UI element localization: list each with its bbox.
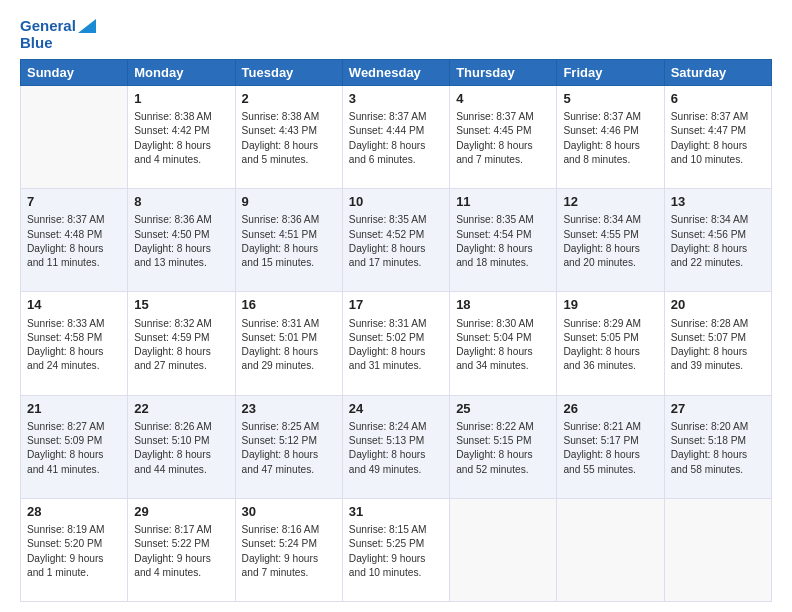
page: General Blue SundayMondayTuesdayWednesda… <box>0 0 792 612</box>
calendar-cell: 24Sunrise: 8:24 AM Sunset: 5:13 PM Dayli… <box>342 395 449 498</box>
logo-container: General Blue <box>20 18 96 51</box>
calendar-cell: 12Sunrise: 8:34 AM Sunset: 4:55 PM Dayli… <box>557 189 664 292</box>
day-number: 30 <box>242 503 336 521</box>
calendar-cell: 19Sunrise: 8:29 AM Sunset: 5:05 PM Dayli… <box>557 292 664 395</box>
day-number: 7 <box>27 193 121 211</box>
day-info: Sunrise: 8:35 AM Sunset: 4:54 PM Dayligh… <box>456 213 550 270</box>
day-number: 17 <box>349 296 443 314</box>
logo: General Blue <box>20 18 96 51</box>
calendar-cell: 31Sunrise: 8:15 AM Sunset: 5:25 PM Dayli… <box>342 498 449 601</box>
calendar-table: SundayMondayTuesdayWednesdayThursdayFrid… <box>20 59 772 602</box>
day-info: Sunrise: 8:37 AM Sunset: 4:44 PM Dayligh… <box>349 110 443 167</box>
day-number: 4 <box>456 90 550 108</box>
day-info: Sunrise: 8:24 AM Sunset: 5:13 PM Dayligh… <box>349 420 443 477</box>
day-number: 25 <box>456 400 550 418</box>
day-info: Sunrise: 8:36 AM Sunset: 4:50 PM Dayligh… <box>134 213 228 270</box>
day-info: Sunrise: 8:30 AM Sunset: 5:04 PM Dayligh… <box>456 317 550 374</box>
day-number: 29 <box>134 503 228 521</box>
week-row-1: 1Sunrise: 8:38 AM Sunset: 4:42 PM Daylig… <box>21 86 772 189</box>
calendar-cell: 23Sunrise: 8:25 AM Sunset: 5:12 PM Dayli… <box>235 395 342 498</box>
calendar-cell <box>21 86 128 189</box>
weekday-header-tuesday: Tuesday <box>235 60 342 86</box>
day-number: 21 <box>27 400 121 418</box>
day-number: 28 <box>27 503 121 521</box>
day-number: 22 <box>134 400 228 418</box>
day-info: Sunrise: 8:34 AM Sunset: 4:56 PM Dayligh… <box>671 213 765 270</box>
calendar-cell: 26Sunrise: 8:21 AM Sunset: 5:17 PM Dayli… <box>557 395 664 498</box>
day-info: Sunrise: 8:37 AM Sunset: 4:45 PM Dayligh… <box>456 110 550 167</box>
day-number: 20 <box>671 296 765 314</box>
calendar-cell: 6Sunrise: 8:37 AM Sunset: 4:47 PM Daylig… <box>664 86 771 189</box>
day-info: Sunrise: 8:19 AM Sunset: 5:20 PM Dayligh… <box>27 523 121 580</box>
day-number: 3 <box>349 90 443 108</box>
day-number: 14 <box>27 296 121 314</box>
calendar-cell: 29Sunrise: 8:17 AM Sunset: 5:22 PM Dayli… <box>128 498 235 601</box>
calendar-cell: 5Sunrise: 8:37 AM Sunset: 4:46 PM Daylig… <box>557 86 664 189</box>
day-number: 23 <box>242 400 336 418</box>
day-number: 31 <box>349 503 443 521</box>
day-info: Sunrise: 8:37 AM Sunset: 4:47 PM Dayligh… <box>671 110 765 167</box>
day-number: 9 <box>242 193 336 211</box>
weekday-header-wednesday: Wednesday <box>342 60 449 86</box>
day-info: Sunrise: 8:31 AM Sunset: 5:01 PM Dayligh… <box>242 317 336 374</box>
calendar-cell <box>557 498 664 601</box>
day-info: Sunrise: 8:17 AM Sunset: 5:22 PM Dayligh… <box>134 523 228 580</box>
week-row-4: 21Sunrise: 8:27 AM Sunset: 5:09 PM Dayli… <box>21 395 772 498</box>
calendar-cell: 4Sunrise: 8:37 AM Sunset: 4:45 PM Daylig… <box>450 86 557 189</box>
day-info: Sunrise: 8:34 AM Sunset: 4:55 PM Dayligh… <box>563 213 657 270</box>
calendar-cell: 18Sunrise: 8:30 AM Sunset: 5:04 PM Dayli… <box>450 292 557 395</box>
calendar-cell: 2Sunrise: 8:38 AM Sunset: 4:43 PM Daylig… <box>235 86 342 189</box>
calendar-cell: 3Sunrise: 8:37 AM Sunset: 4:44 PM Daylig… <box>342 86 449 189</box>
day-number: 8 <box>134 193 228 211</box>
week-row-3: 14Sunrise: 8:33 AM Sunset: 4:58 PM Dayli… <box>21 292 772 395</box>
weekday-header-thursday: Thursday <box>450 60 557 86</box>
day-number: 16 <box>242 296 336 314</box>
calendar-cell: 7Sunrise: 8:37 AM Sunset: 4:48 PM Daylig… <box>21 189 128 292</box>
weekday-header-monday: Monday <box>128 60 235 86</box>
day-number: 19 <box>563 296 657 314</box>
day-info: Sunrise: 8:31 AM Sunset: 5:02 PM Dayligh… <box>349 317 443 374</box>
calendar-cell: 10Sunrise: 8:35 AM Sunset: 4:52 PM Dayli… <box>342 189 449 292</box>
svg-marker-0 <box>78 19 96 33</box>
calendar-cell: 27Sunrise: 8:20 AM Sunset: 5:18 PM Dayli… <box>664 395 771 498</box>
day-number: 6 <box>671 90 765 108</box>
logo-bird-icon <box>78 19 96 33</box>
calendar-cell: 14Sunrise: 8:33 AM Sunset: 4:58 PM Dayli… <box>21 292 128 395</box>
day-info: Sunrise: 8:36 AM Sunset: 4:51 PM Dayligh… <box>242 213 336 270</box>
day-info: Sunrise: 8:15 AM Sunset: 5:25 PM Dayligh… <box>349 523 443 580</box>
calendar-cell <box>450 498 557 601</box>
day-info: Sunrise: 8:38 AM Sunset: 4:43 PM Dayligh… <box>242 110 336 167</box>
day-info: Sunrise: 8:29 AM Sunset: 5:05 PM Dayligh… <box>563 317 657 374</box>
day-number: 13 <box>671 193 765 211</box>
calendar-cell: 8Sunrise: 8:36 AM Sunset: 4:50 PM Daylig… <box>128 189 235 292</box>
day-number: 1 <box>134 90 228 108</box>
weekday-header-friday: Friday <box>557 60 664 86</box>
day-number: 12 <box>563 193 657 211</box>
weekday-header-sunday: Sunday <box>21 60 128 86</box>
calendar-cell <box>664 498 771 601</box>
day-number: 10 <box>349 193 443 211</box>
day-info: Sunrise: 8:25 AM Sunset: 5:12 PM Dayligh… <box>242 420 336 477</box>
header: General Blue <box>20 18 772 51</box>
calendar-cell: 22Sunrise: 8:26 AM Sunset: 5:10 PM Dayli… <box>128 395 235 498</box>
calendar-cell: 11Sunrise: 8:35 AM Sunset: 4:54 PM Dayli… <box>450 189 557 292</box>
day-number: 18 <box>456 296 550 314</box>
calendar-cell: 16Sunrise: 8:31 AM Sunset: 5:01 PM Dayli… <box>235 292 342 395</box>
day-info: Sunrise: 8:27 AM Sunset: 5:09 PM Dayligh… <box>27 420 121 477</box>
day-info: Sunrise: 8:32 AM Sunset: 4:59 PM Dayligh… <box>134 317 228 374</box>
calendar-cell: 30Sunrise: 8:16 AM Sunset: 5:24 PM Dayli… <box>235 498 342 601</box>
calendar-cell: 25Sunrise: 8:22 AM Sunset: 5:15 PM Dayli… <box>450 395 557 498</box>
day-info: Sunrise: 8:35 AM Sunset: 4:52 PM Dayligh… <box>349 213 443 270</box>
day-info: Sunrise: 8:37 AM Sunset: 4:46 PM Dayligh… <box>563 110 657 167</box>
week-row-2: 7Sunrise: 8:37 AM Sunset: 4:48 PM Daylig… <box>21 189 772 292</box>
calendar-cell: 20Sunrise: 8:28 AM Sunset: 5:07 PM Dayli… <box>664 292 771 395</box>
header-row: SundayMondayTuesdayWednesdayThursdayFrid… <box>21 60 772 86</box>
calendar-cell: 1Sunrise: 8:38 AM Sunset: 4:42 PM Daylig… <box>128 86 235 189</box>
week-row-5: 28Sunrise: 8:19 AM Sunset: 5:20 PM Dayli… <box>21 498 772 601</box>
day-number: 15 <box>134 296 228 314</box>
day-info: Sunrise: 8:33 AM Sunset: 4:58 PM Dayligh… <box>27 317 121 374</box>
day-info: Sunrise: 8:16 AM Sunset: 5:24 PM Dayligh… <box>242 523 336 580</box>
day-info: Sunrise: 8:21 AM Sunset: 5:17 PM Dayligh… <box>563 420 657 477</box>
calendar-cell: 9Sunrise: 8:36 AM Sunset: 4:51 PM Daylig… <box>235 189 342 292</box>
day-info: Sunrise: 8:38 AM Sunset: 4:42 PM Dayligh… <box>134 110 228 167</box>
